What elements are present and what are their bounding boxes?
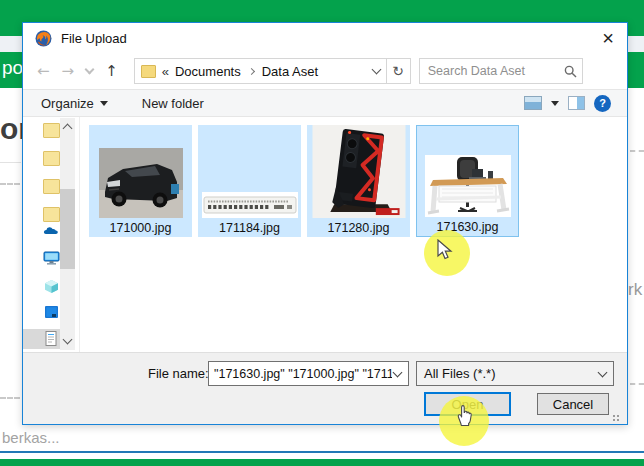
firefox-icon <box>35 30 52 47</box>
pc-case-thumbnail <box>312 125 406 218</box>
page-text-fragment-right: rk <box>628 280 642 300</box>
page-dashed-line <box>0 183 20 185</box>
page-text-fragment-left: po <box>2 57 23 79</box>
breadcrumb[interactable]: « Documents Data Aset <box>134 58 387 84</box>
file-tile-171184[interactable]: 171184.jpg <box>198 125 301 237</box>
arrow-cursor-icon <box>437 239 457 261</box>
dialog-navbar: ← → ↑ « Documents Data Aset ↻ <box>23 53 627 89</box>
switch-thumbnail <box>202 192 298 218</box>
chevron-down-icon <box>598 367 608 377</box>
view-options-chevron-icon[interactable] <box>551 101 559 106</box>
page-blue-divider <box>0 451 644 453</box>
dialog-title: File Upload <box>61 31 127 46</box>
car-thumbnail <box>99 148 183 218</box>
dialog-titlebar[interactable]: File Upload × <box>23 23 627 53</box>
breadcrumb-collapse[interactable]: « <box>162 64 169 79</box>
page-divider <box>0 162 21 163</box>
chevron-down-icon <box>100 101 108 106</box>
file-name-label: 171184.jpg <box>219 220 280 236</box>
back-icon[interactable]: ← <box>37 62 50 80</box>
3d-objects-icon[interactable] <box>43 279 60 294</box>
page-footer-band <box>0 459 644 466</box>
file-name-combo[interactable] <box>208 361 409 386</box>
file-name-label: 171000.jpg <box>110 220 172 236</box>
up-icon[interactable]: ↑ <box>105 62 118 80</box>
page-heading-fragment: or <box>0 112 22 154</box>
scroll-up-icon[interactable] <box>63 124 73 134</box>
file-tile-171280[interactable]: 171280.jpg <box>307 125 410 237</box>
dialog-toolbar: Organize New folder ? <box>23 89 627 117</box>
new-folder-label: New folder <box>142 96 204 111</box>
file-type-select[interactable]: All Files (*.*) <box>416 361 614 386</box>
desk-thumbnail <box>425 155 511 217</box>
folder-icon[interactable] <box>43 151 60 166</box>
forward-icon[interactable]: → <box>62 62 75 80</box>
scrollbar-thumb[interactable] <box>60 189 75 269</box>
dialog-content: 171000.jpg 171184.jpg <box>23 117 627 353</box>
page-dashed-line <box>630 383 644 385</box>
chevron-down-icon[interactable] <box>371 65 381 75</box>
breadcrumb-documents[interactable]: Documents <box>175 64 241 79</box>
sidebar-scrollbar[interactable] <box>60 118 75 350</box>
cancel-button-label: Cancel <box>553 397 593 412</box>
resize-grip[interactable] <box>612 414 621 423</box>
file-name-input[interactable] <box>209 367 394 381</box>
organize-menu[interactable]: Organize <box>41 96 108 111</box>
close-icon[interactable]: × <box>602 25 614 51</box>
search-input[interactable] <box>420 64 560 78</box>
folder-icon <box>141 65 156 78</box>
documents-icon[interactable] <box>43 331 60 346</box>
recent-locations-icon[interactable] <box>85 65 95 75</box>
file-list-pane[interactable]: 171000.jpg 171184.jpg <box>80 117 627 353</box>
file-tiles: 171000.jpg 171184.jpg <box>89 125 519 237</box>
breadcrumb-data-aset[interactable]: Data Aset <box>262 64 318 79</box>
file-tile-171000[interactable]: 171000.jpg <box>89 125 192 237</box>
desktop-icon[interactable] <box>43 305 60 320</box>
chevron-down-icon[interactable] <box>393 367 403 377</box>
file-tile-171630[interactable]: 171630.jpg <box>416 125 519 237</box>
help-icon[interactable]: ? <box>594 95 611 112</box>
new-folder-button[interactable]: New folder <box>142 96 204 111</box>
file-type-value: All Files (*.*) <box>424 366 496 381</box>
preview-pane-icon[interactable] <box>568 96 585 110</box>
page-dashed-line <box>630 150 644 152</box>
folder-icon[interactable] <box>43 179 60 194</box>
onedrive-icon[interactable] <box>43 223 60 238</box>
navigation-sidebar[interactable] <box>23 117 80 353</box>
change-view-icon[interactable] <box>524 96 542 110</box>
file-upload-dialog: File Upload × ← → ↑ « Documents Data Ase… <box>22 22 628 425</box>
folder-icon[interactable] <box>43 207 60 222</box>
refresh-button[interactable]: ↻ <box>387 58 411 84</box>
page-status-text: berkas... <box>2 429 60 446</box>
refresh-icon: ↻ <box>392 63 404 79</box>
folder-icon[interactable] <box>43 123 60 138</box>
search-icon <box>560 65 582 78</box>
this-pc-icon[interactable] <box>43 251 60 266</box>
hand-cursor-icon <box>453 403 475 427</box>
search-box[interactable] <box>419 58 583 84</box>
file-name-label: 171280.jpg <box>328 220 390 236</box>
cancel-button[interactable]: Cancel <box>537 393 609 415</box>
chevron-right-icon <box>248 67 255 74</box>
organize-label: Organize <box>41 96 94 111</box>
file-name-field-label: File name: <box>148 366 209 381</box>
page-dashed-line <box>0 397 20 399</box>
scroll-down-icon[interactable] <box>63 335 73 345</box>
dialog-footer: File name: All Files (*.*) Open Cancel <box>23 352 627 424</box>
